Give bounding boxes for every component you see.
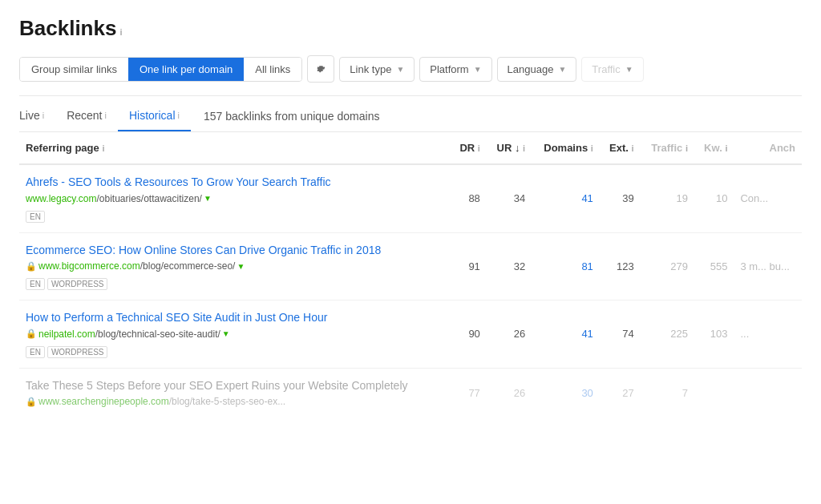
link-grouping-buttons: Group similar links One link per domain … (19, 57, 302, 82)
domain-dropdown-arrow[interactable]: ▼ (222, 329, 230, 338)
dr-info-icon[interactable]: i (478, 143, 480, 153)
num-cell-0: 91 (451, 232, 487, 300)
link-type-dropdown[interactable]: Link type ▼ (339, 57, 415, 82)
tab-recent-label: Recent (67, 109, 102, 122)
traffic-caret: ▼ (625, 65, 633, 74)
tab-recent-info[interactable]: i (105, 111, 107, 120)
num-cell-2: 41 (532, 300, 600, 369)
domain-dropdown-arrow[interactable]: ▼ (204, 194, 212, 203)
col-traffic: Traffic i (641, 132, 694, 164)
table-header-row: Referring page i DR i UR ↓ i Domains i (19, 132, 802, 164)
anchor-cell: 3 m... bu... (734, 232, 802, 300)
tab-live-info[interactable]: i (42, 111, 44, 120)
tabs-row: Live i Recent i Historical i 157 backlin… (19, 101, 802, 132)
num-cell-1: 32 (487, 232, 532, 300)
tab-live-label: Live (19, 109, 40, 122)
table-row: How to Perform a Technical SEO Site Audi… (19, 300, 802, 369)
col-anchor: Anch (734, 132, 802, 164)
num-cell-4: 19 (641, 164, 694, 232)
tab-recent[interactable]: Recent i (55, 101, 118, 131)
page-title-link[interactable]: Ahrefs - SEO Tools & Resources To Grow Y… (26, 175, 444, 191)
domain-link[interactable]: neilpatel.com (38, 329, 95, 340)
badge: WORDPRESS (47, 346, 108, 358)
referring-page-cell-3: Take These 5 Steps Before your SEO Exper… (19, 368, 451, 417)
num-cell-4: 279 (641, 232, 694, 300)
domain-link[interactable]: www.legacy.com (26, 193, 96, 204)
one-per-domain-button[interactable]: One link per domain (128, 58, 244, 81)
summary-text: 157 backlinks from unique domains (204, 110, 379, 123)
num-cell-5 (694, 368, 734, 417)
num-cell-1: 26 (487, 300, 532, 369)
language-caret: ▼ (558, 65, 566, 74)
domain-dropdown-arrow[interactable]: ▼ (237, 262, 245, 271)
language-label: Language (508, 63, 554, 75)
num-cell-1: 26 (487, 368, 532, 417)
referring-page-cell-2: How to Perform a Technical SEO Site Audi… (19, 300, 451, 369)
col-kw: Kw. i (694, 132, 734, 164)
table-row: Ahrefs - SEO Tools & Resources To Grow Y… (19, 164, 802, 232)
toolbar-divider (19, 95, 802, 96)
num-cell-4: 225 (641, 300, 694, 369)
num-cell-3: 74 (600, 300, 641, 369)
page-title-link[interactable]: Ecommerce SEO: How Online Stores Can Dri… (26, 243, 444, 259)
traffic-dropdown[interactable]: Traffic ▼ (581, 57, 643, 82)
badge: EN (26, 278, 45, 290)
anchor-cell: ... (734, 300, 802, 369)
table-row: Ecommerce SEO: How Online Stores Can Dri… (19, 232, 802, 300)
main-container: Backlinks i Group similar links One link… (0, 0, 821, 433)
col-domains: Domains i (532, 132, 600, 164)
domain-path: /blog/technical-seo-site-audit/ (95, 329, 220, 340)
badge: WORDPRESS (47, 278, 108, 290)
page-title: Backlinks i (19, 16, 802, 41)
anchor-cell: Con... (734, 164, 802, 232)
table-row: Take These 5 Steps Before your SEO Exper… (19, 368, 802, 417)
col-dr: DR i (451, 132, 487, 164)
ur-info-icon[interactable]: i (523, 143, 525, 153)
tab-live[interactable]: Live i (19, 101, 55, 131)
backlinks-table: Referring page i DR i UR ↓ i Domains i (19, 132, 802, 417)
group-similar-button[interactable]: Group similar links (20, 58, 128, 81)
title-text: Backlinks (19, 16, 116, 41)
link-type-caret: ▼ (396, 65, 404, 74)
num-cell-5: 555 (694, 232, 734, 300)
page-title-link[interactable]: How to Perform a Technical SEO Site Audi… (26, 310, 444, 326)
tab-historical-info[interactable]: i (178, 111, 180, 120)
col-ur: UR ↓ i (487, 132, 532, 164)
num-cell-1: 34 (487, 164, 532, 232)
lock-icon: 🔒 (26, 261, 37, 272)
ext-info-icon[interactable]: i (632, 143, 634, 153)
all-links-button[interactable]: All links (244, 58, 301, 81)
title-info-icon[interactable]: i (119, 27, 122, 37)
gear-icon (315, 63, 326, 75)
tab-historical-label: Historical (129, 109, 176, 122)
language-dropdown[interactable]: Language ▼ (497, 57, 577, 82)
kw-info-icon[interactable]: i (725, 143, 727, 153)
num-cell-0: 90 (451, 300, 487, 369)
num-cell-0: 88 (451, 164, 487, 232)
num-cell-2: 30 (532, 368, 600, 417)
referring-page-info-icon[interactable]: i (102, 143, 104, 153)
num-cell-5: 10 (694, 164, 734, 232)
toolbar: Group similar links One link per domain … (19, 55, 802, 83)
traffic-info-icon[interactable]: i (686, 143, 688, 153)
lock-icon: 🔒 (26, 397, 37, 407)
badge: EN (26, 211, 45, 223)
link-type-label: Link type (350, 63, 391, 75)
domains-info-icon[interactable]: i (591, 143, 593, 153)
referring-page-cell-0: Ahrefs - SEO Tools & Resources To Grow Y… (19, 164, 451, 232)
num-cell-2: 81 (532, 232, 600, 300)
domain-path: /blog/ecommerce-seo/ (140, 260, 236, 272)
num-cell-3: 27 (600, 368, 641, 417)
badge: EN (26, 346, 45, 358)
platform-dropdown[interactable]: Platform ▼ (419, 57, 491, 82)
col-referring-page: Referring page i (19, 132, 451, 164)
col-ext: Ext. i (600, 132, 641, 164)
num-cell-0: 77 (451, 368, 487, 417)
domain-link[interactable]: www.bigcommerce.com (38, 260, 140, 272)
settings-button[interactable] (307, 55, 334, 83)
domain-link[interactable]: www.searchenginepeople.com (38, 396, 169, 407)
anchor-cell (734, 368, 802, 417)
tab-historical[interactable]: Historical i (118, 101, 191, 131)
referring-page-cell-1: Ecommerce SEO: How Online Stores Can Dri… (19, 232, 451, 300)
page-title-link[interactable]: Take These 5 Steps Before your SEO Exper… (26, 378, 444, 394)
